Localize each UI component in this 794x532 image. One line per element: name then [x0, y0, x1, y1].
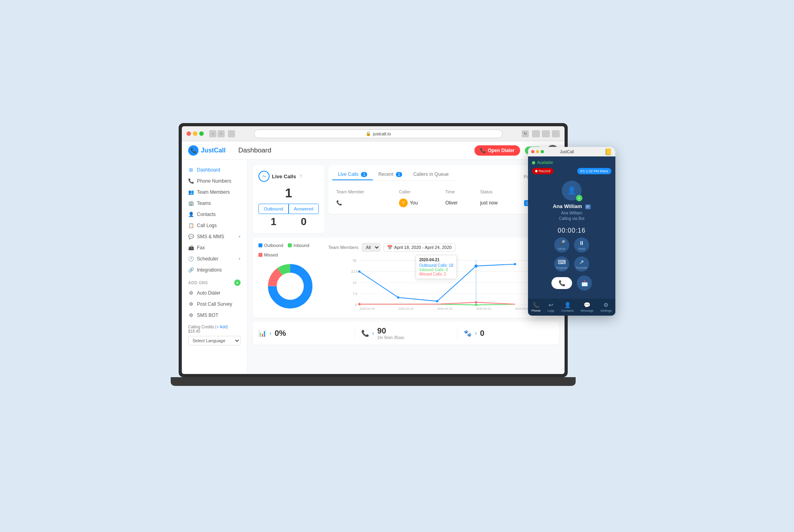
scheduler-icon: 🕐	[188, 256, 194, 262]
transfer-button[interactable]: ↗ Transfer	[574, 256, 589, 272]
team-members-filter-select[interactable]: All	[362, 243, 380, 252]
stat-contacts-arrow: ›	[475, 330, 477, 336]
record-button[interactable]: Record	[532, 168, 553, 174]
hold-icon: ⏸	[579, 240, 584, 246]
sidebar-item-call-logs-label: Call Logs	[197, 223, 217, 228]
forward-button[interactable]: ›	[218, 130, 225, 137]
language-select[interactable]: Select LanguageSpanishFrench	[188, 336, 241, 345]
nav-settings-label: Settings	[600, 309, 612, 312]
col-team-member: Team Member	[333, 188, 395, 196]
legend-outbound-label: Outbound	[264, 243, 283, 248]
calling-credits-add-link[interactable]: + Add	[216, 325, 227, 329]
widget-nav-settings[interactable]: ⚙ Settings	[598, 301, 614, 313]
widget-nav-logs[interactable]: ↩ Logs	[545, 301, 557, 313]
keypad-button[interactable]: ⌨ Keypad	[554, 256, 569, 272]
sidebar-item-post-call-survey[interactable]: ⚙ Post Call Survey	[182, 299, 247, 310]
stat-contacts: 🐾 › 0	[464, 329, 553, 338]
window-button[interactable]	[228, 130, 235, 137]
svg-text:0: 0	[355, 303, 357, 307]
main-content: 〜 Live Calls ? 1 Outbound Answered	[247, 160, 565, 374]
nav-arrows: ‹ ›	[209, 130, 225, 137]
sidebar-item-scheduler[interactable]: 🕐 Scheduler ▾	[182, 253, 247, 264]
svg-point-26	[358, 303, 360, 305]
sidebar-item-auto-dialer-label: Auto Dialer	[197, 290, 220, 296]
sidebar-item-post-call-survey-label: Post Call Survey	[197, 301, 232, 307]
sms-arrow-icon: ▾	[239, 235, 241, 239]
stat-calls: 📞 ‹ 90 1hr 9min 35sec	[361, 326, 451, 340]
mute-button[interactable]: 🎤 Mute	[554, 237, 569, 253]
caller-cell: Oliver	[442, 197, 476, 209]
calling-credits-amount: $18.45	[188, 329, 200, 333]
open-dialer-button[interactable]: 📞 Open Dialer	[474, 145, 520, 156]
table-row: 📞 Y You Oliver	[333, 197, 554, 209]
close-button[interactable]	[187, 131, 191, 136]
live-calls-help-icon[interactable]: ?	[300, 174, 302, 179]
nav-contacts-icon: 👤	[564, 302, 571, 308]
app-header: 📞 JustCall Dashboard 📞 Open Dialer	[182, 141, 565, 160]
refresh-button[interactable]: ↻	[522, 130, 529, 137]
caller-sub: Ana William	[532, 211, 611, 215]
sidebar-item-contacts[interactable]: 👤 Contacts	[182, 209, 247, 220]
sidebar-item-team-members[interactable]: 👥 Team Members	[182, 187, 247, 198]
date-range-picker[interactable]: 📅 April 18, 2020 - April 24, 2020	[384, 243, 455, 252]
col-time: Time	[442, 188, 476, 196]
hold-button[interactable]: ⏸ Hold	[574, 237, 589, 253]
call-action-row: 📞 📩	[532, 276, 611, 291]
sidebar-item-fax[interactable]: 📠 Fax	[182, 242, 247, 253]
traffic-lights	[187, 131, 204, 136]
widget-close-button[interactable]	[531, 150, 534, 153]
caller-avatar: 👤 +	[562, 181, 582, 200]
sidebar-item-sms-bot[interactable]: ⚙ SMS BOT	[182, 310, 247, 321]
sidebar-item-auto-dialer[interactable]: ⚙ Auto Dialer	[182, 287, 247, 299]
sidebar-item-sms-mms[interactable]: 💬 SMS & MMS ▾	[182, 231, 247, 242]
sidebar-item-dashboard[interactable]: ⊞ Dashboard	[182, 164, 247, 175]
tab-callers-in-queue[interactable]: Callers in Queue	[408, 169, 454, 180]
sidebar-item-phone-numbers[interactable]: 📞 Phone Numbers	[182, 175, 247, 187]
page-title: Dashboard	[238, 146, 271, 154]
calling-credits-label: Calling Credits	[188, 325, 214, 329]
more-button[interactable]	[552, 130, 560, 137]
inbound-dot	[288, 243, 292, 247]
tab-recent[interactable]: Recent 1	[373, 169, 408, 180]
fax-icon: 📠	[188, 245, 194, 251]
nav-contacts-label: Contacts	[561, 309, 574, 312]
tooltip-outbound: Outbound Calls: 18	[419, 263, 453, 268]
share-button[interactable]	[532, 130, 540, 137]
address-bar[interactable]: 🔒 justcall.io	[254, 129, 503, 138]
calls-stat-icon: 📞	[361, 330, 369, 337]
widget-minimize-button[interactable]	[536, 150, 539, 153]
time-cell: just now	[477, 197, 520, 209]
add-ons-add-button[interactable]: +	[234, 279, 241, 286]
widget-nav-contacts[interactable]: 👤 Contacts	[559, 301, 576, 313]
col-caller: Caller	[396, 188, 441, 196]
chart-stat-icon: 📊	[258, 330, 266, 337]
outbound-tab[interactable]: Outbound	[258, 204, 289, 214]
bottom-stats: 📊 › 0% 📞 ‹	[253, 322, 559, 345]
svg-text:15: 15	[353, 281, 357, 285]
stat-calls-sublabel: 1hr 9min 35sec	[377, 335, 404, 340]
voicemail-button[interactable]: 📩	[577, 276, 592, 291]
scheduler-arrow-icon: ▾	[239, 257, 241, 261]
widget-nav-message[interactable]: 💬 Message	[578, 301, 596, 313]
available-text: Available	[537, 160, 553, 165]
logo-text: JustCall	[201, 147, 225, 154]
tooltip-date: 2020-04-21	[419, 258, 453, 262]
sidebar-item-teams[interactable]: 🏢 Teams	[182, 198, 247, 209]
answered-tab[interactable]: Answered	[289, 204, 319, 214]
hangup-button[interactable]: 📞	[551, 277, 572, 289]
record-dot-icon	[535, 170, 538, 172]
table-header-row: Team Member Caller Time Status	[333, 188, 554, 196]
minimize-button[interactable]	[193, 131, 197, 136]
widget-maximize-button[interactable]	[541, 150, 544, 153]
add-caller-icon[interactable]: +	[576, 195, 582, 201]
maximize-button[interactable]	[199, 131, 204, 136]
widget-nav-phone[interactable]: 📞 Phone	[529, 301, 543, 313]
logo-icon: 📞	[188, 145, 198, 156]
back-button[interactable]: ‹	[209, 130, 216, 137]
tab-live-calls[interactable]: Live Calls 1	[332, 169, 373, 180]
hold-label: Hold	[578, 247, 585, 251]
sidebar-item-scheduler-label: Scheduler	[197, 256, 218, 262]
sidebar-item-call-logs[interactable]: 📋 Call Logs	[182, 220, 247, 231]
new-tab-button[interactable]	[542, 130, 550, 137]
sidebar-item-integrations[interactable]: 🔗 Integrations	[182, 264, 247, 276]
